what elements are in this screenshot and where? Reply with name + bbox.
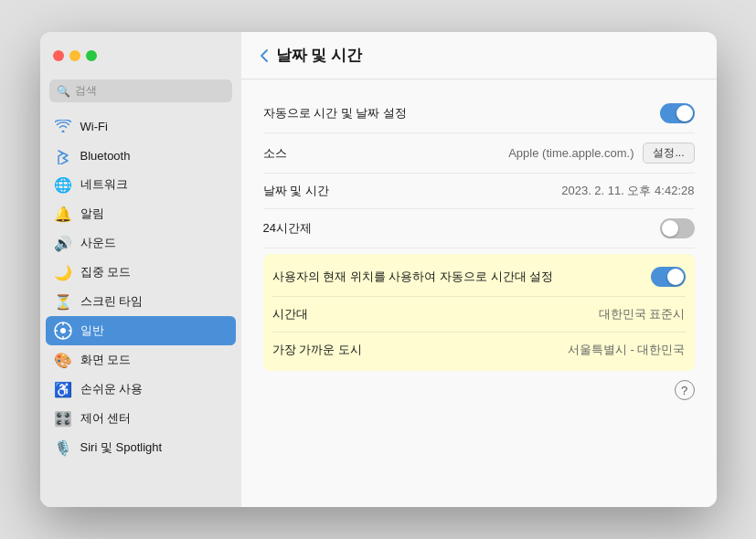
notifications-icon: 🔔: [53, 204, 73, 224]
auto-datetime-row: 자동으로 시간 및 날짜 설정: [263, 94, 695, 133]
sidebar-item-network-label: 네트워크: [80, 176, 128, 193]
toggle-knob-tz: [667, 269, 684, 285]
sidebar-item-notifications[interactable]: 🔔 알림: [46, 199, 236, 228]
sidebar-item-network[interactable]: 🌐 네트워크: [46, 170, 236, 199]
close-button[interactable]: [53, 50, 64, 61]
sidebar-item-bluetooth-label: Bluetooth: [80, 149, 131, 163]
sidebar-item-notifications-label: 알림: [80, 206, 104, 222]
timezone-value: 대한민국 표준시: [599, 306, 686, 322]
display-icon: 🎨: [53, 350, 73, 370]
sidebar-item-siri[interactable]: 🎙️ Siri 및 Spotlight: [46, 433, 236, 462]
main-window: 🔍 검색 Wi-Fi: [40, 32, 717, 507]
sidebar-item-sound-label: 사운드: [80, 235, 116, 251]
source-settings-button[interactable]: 설정...: [643, 143, 694, 164]
sidebar-item-focus[interactable]: 🌙 집중 모드: [46, 258, 236, 287]
sidebar-item-accessibility-label: 손쉬운 사용: [80, 381, 144, 397]
focus-icon: 🌙: [53, 262, 73, 282]
sidebar-item-display-label: 화면 모드: [80, 352, 132, 368]
sidebar-item-display[interactable]: 🎨 화면 모드: [46, 345, 236, 375]
traffic-lights: [53, 50, 97, 61]
auto-timezone-toggle[interactable]: [651, 267, 686, 287]
content-area: 자동으로 시간 및 날짜 설정 소스 Apple (time.apple.com…: [241, 79, 717, 507]
toggle-knob-24hr: [662, 220, 678, 237]
source-row: 소스 Apple (time.apple.com.) 설정...: [263, 133, 695, 174]
datetime-row: 날짜 및 시간 2023. 2. 11. 오후 4:42:28: [263, 174, 695, 209]
toggle-knob: [676, 105, 693, 122]
minimize-button[interactable]: [69, 50, 80, 61]
sound-icon: 🔊: [53, 233, 73, 253]
svg-point-1: [60, 328, 66, 333]
back-button[interactable]: [260, 48, 269, 63]
sidebar-item-control-label: 제어 센터: [80, 410, 132, 427]
sidebar-item-general-label: 일반: [80, 322, 104, 339]
source-label: 소스: [263, 145, 287, 162]
search-input[interactable]: 검색: [75, 83, 225, 99]
sidebar: 🔍 검색 Wi-Fi: [40, 32, 241, 507]
sidebar-item-screentime[interactable]: ⏳ 스크린 타임: [46, 287, 236, 316]
maximize-button[interactable]: [86, 50, 97, 61]
auto-datetime-toggle[interactable]: [660, 103, 695, 123]
page-title: 날짜 및 시간: [276, 45, 362, 66]
network-icon: 🌐: [53, 174, 73, 195]
24hr-label: 24시간제: [263, 220, 312, 237]
sidebar-items: Wi-Fi Bluetooth 🌐 네트워크 🔔 알림: [40, 111, 241, 507]
nearest-city-value: 서울특별시 - 대한민국: [568, 342, 686, 358]
24hr-row: 24시간제: [263, 209, 695, 248]
sidebar-item-accessibility[interactable]: ♿ 손쉬운 사용: [46, 375, 236, 404]
sidebar-item-wifi-label: Wi-Fi: [80, 120, 108, 133]
sidebar-item-bluetooth[interactable]: Bluetooth: [46, 141, 236, 170]
titlebar: [40, 32, 241, 79]
source-right: Apple (time.apple.com.) 설정...: [508, 143, 694, 164]
siri-icon: 🎙️: [53, 438, 73, 458]
source-value: Apple (time.apple.com.): [508, 146, 634, 160]
timezone-row: 시간대 대한민국 표준시: [272, 297, 686, 333]
search-icon: 🔍: [57, 85, 70, 98]
control-icon: 🎛️: [53, 408, 73, 428]
sidebar-item-focus-label: 집중 모드: [80, 264, 132, 280]
auto-datetime-label: 자동으로 시간 및 날짜 설정: [263, 105, 407, 122]
main-content: 날짜 및 시간 자동으로 시간 및 날짜 설정 소스 Apple (time.a…: [241, 32, 717, 507]
timezone-label: 시간대: [272, 306, 308, 322]
sidebar-item-sound[interactable]: 🔊 사운드: [46, 228, 236, 258]
sidebar-item-screentime-label: 스크린 타임: [80, 293, 144, 310]
bluetooth-icon: [53, 145, 73, 165]
general-icon: [53, 321, 73, 341]
screentime-icon: ⏳: [53, 291, 73, 312]
sidebar-item-control[interactable]: 🎛️ 제어 센터: [46, 404, 236, 433]
nearest-city-row: 가장 가까운 도시 서울특별시 - 대한민국: [272, 333, 686, 367]
datetime-label: 날짜 및 시간: [263, 183, 329, 199]
help-row: ?: [263, 371, 695, 400]
main-header: 날짜 및 시간: [241, 32, 717, 79]
sidebar-item-siri-label: Siri 및 Spotlight: [80, 439, 163, 456]
yellow-section: 사용자의 현재 위치를 사용하여 자동으로 시간대 설정 시간대 대한민국 표준…: [263, 254, 695, 371]
help-button[interactable]: ?: [675, 380, 695, 400]
sidebar-item-general[interactable]: 일반: [46, 316, 236, 345]
datetime-value: 2023. 2. 11. 오후 4:42:28: [561, 183, 694, 199]
auto-timezone-row: 사용자의 현재 위치를 사용하여 자동으로 시간대 설정: [272, 258, 686, 297]
search-bar[interactable]: 🔍 검색: [49, 79, 232, 102]
wifi-icon: [53, 116, 73, 136]
auto-timezone-label: 사용자의 현재 위치를 사용하여 자동으로 시간대 설정: [272, 269, 554, 285]
accessibility-icon: ♿: [53, 379, 73, 399]
24hr-toggle[interactable]: [660, 218, 695, 238]
nearest-city-label: 가장 가까운 도시: [272, 342, 362, 358]
sidebar-item-wifi[interactable]: Wi-Fi: [46, 111, 236, 141]
